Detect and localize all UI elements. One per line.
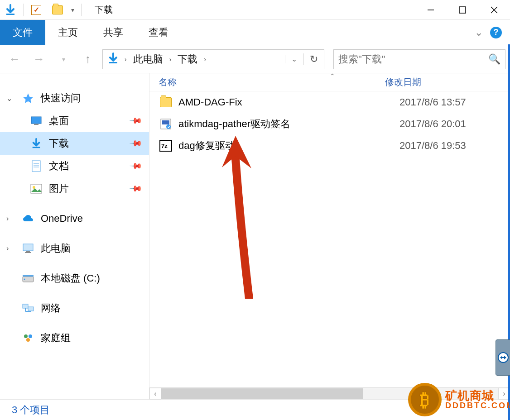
file-date: 2017/8/6 13:57 bbox=[399, 96, 466, 108]
navigation-row: ← → ▾ ↑ › 此电脑 › 下载 › ⌄ ↻ 🔍 bbox=[0, 45, 510, 73]
sidebar-item-label: 桌面 bbox=[49, 114, 69, 128]
close-button[interactable] bbox=[478, 0, 510, 20]
file-name: AMD-DAG-Fix bbox=[178, 96, 399, 108]
tab-file[interactable]: 文件 bbox=[0, 20, 45, 45]
breadcrumb-caret-icon[interactable]: › bbox=[201, 56, 209, 63]
file-row[interactable]: atikmdag-pather驱动签名 2017/8/6 20:01 bbox=[149, 113, 510, 135]
batch-file-icon bbox=[159, 117, 173, 131]
svg-text:7z: 7z bbox=[161, 143, 168, 149]
refresh-button[interactable]: ↻ bbox=[303, 53, 324, 65]
minimize-button[interactable] bbox=[415, 0, 447, 20]
qat-dropdown-icon[interactable]: ▾ bbox=[71, 6, 74, 14]
svg-rect-2 bbox=[459, 7, 466, 13]
download-arrow-icon[interactable] bbox=[5, 4, 16, 16]
sidebar-item-local-disk-c[interactable]: 本地磁盘 (C:) bbox=[0, 267, 149, 290]
svg-rect-17 bbox=[25, 252, 31, 253]
sidebar-item-label: 本地磁盘 (C:) bbox=[41, 272, 100, 285]
sidebar-quick-access[interactable]: ⌄ 快速访问 bbox=[0, 87, 149, 110]
svg-point-26 bbox=[29, 334, 32, 338]
cloud-icon bbox=[22, 212, 34, 225]
ribbon-collapse-icon[interactable]: ⌄ bbox=[475, 27, 483, 38]
svg-point-27 bbox=[26, 338, 30, 342]
nav-back-button[interactable]: ← bbox=[5, 49, 24, 69]
sidebar-item-downloads[interactable]: 下载 📌 bbox=[0, 132, 149, 155]
quick-access-toolbar: ✓ ▾ 下载 bbox=[0, 4, 113, 16]
watermark: ₿ 矿机商城 DDDBTC.COM bbox=[408, 383, 510, 416]
folder-icon bbox=[159, 95, 173, 110]
svg-rect-7 bbox=[34, 124, 38, 125]
breadcrumb-caret-icon[interactable]: › bbox=[167, 56, 174, 63]
chevron-down-icon[interactable]: ⌄ bbox=[6, 94, 12, 103]
nav-recent-dropdown[interactable]: ▾ bbox=[53, 49, 73, 69]
homegroup-icon bbox=[22, 332, 34, 344]
nav-up-button[interactable]: ↑ bbox=[78, 49, 98, 69]
side-panel-tab[interactable] bbox=[496, 339, 510, 376]
sidebar-item-label: OneDrive bbox=[41, 213, 83, 224]
svg-point-25 bbox=[24, 334, 28, 338]
sidebar-item-documents[interactable]: 文档 📌 bbox=[0, 155, 149, 177]
search-icon[interactable]: 🔍 bbox=[488, 53, 500, 65]
svg-rect-16 bbox=[26, 251, 30, 252]
file-list: ⌃ 名称 修改日期 AMD-DAG-Fix 2017/8/6 13:57 ati… bbox=[149, 73, 510, 399]
sidebar-item-desktop[interactable]: 桌面 📌 bbox=[0, 110, 149, 132]
address-history-dropdown[interactable]: ⌄ bbox=[285, 55, 303, 63]
navigation-pane: ⌄ 快速访问 桌面 📌 下载 📌 文档 📌 图片 📌 › On bbox=[0, 73, 149, 399]
chevron-right-icon[interactable]: › bbox=[6, 244, 9, 253]
scroll-left-button[interactable]: ‹ bbox=[149, 388, 161, 400]
folder-icon[interactable] bbox=[52, 5, 63, 14]
tab-view[interactable]: 查看 bbox=[136, 20, 181, 45]
file-row[interactable]: AMD-DAG-Fix 2017/8/6 13:57 bbox=[149, 91, 510, 113]
sidebar-item-label: 图片 bbox=[49, 182, 69, 196]
tab-home[interactable]: 主页 bbox=[45, 20, 91, 45]
file-row[interactable]: 7z dag修复驱动 2017/8/6 19:53 bbox=[149, 135, 510, 157]
titlebar: ✓ ▾ 下载 bbox=[0, 0, 510, 20]
svg-rect-22 bbox=[28, 307, 34, 311]
svg-rect-15 bbox=[23, 244, 33, 251]
qat-separator bbox=[24, 4, 24, 16]
svg-rect-8 bbox=[33, 147, 40, 148]
sidebar-item-label: 家庭组 bbox=[41, 331, 71, 345]
svg-rect-20 bbox=[23, 275, 34, 277]
pin-icon: 📌 bbox=[129, 136, 143, 150]
maximize-button[interactable] bbox=[447, 0, 478, 20]
sidebar-item-homegroup[interactable]: 家庭组 bbox=[0, 327, 149, 349]
svg-rect-0 bbox=[6, 14, 14, 15]
window-title: 下载 bbox=[95, 4, 113, 16]
disk-icon bbox=[22, 272, 34, 285]
svg-rect-5 bbox=[109, 62, 117, 63]
help-button[interactable]: ? bbox=[490, 27, 502, 38]
download-arrow-icon bbox=[30, 137, 43, 150]
desktop-icon bbox=[30, 115, 43, 127]
column-header-name[interactable]: 名称 bbox=[159, 76, 385, 88]
pin-icon: 📌 bbox=[129, 114, 143, 128]
download-arrow-icon bbox=[107, 52, 119, 66]
scroll-thumb[interactable] bbox=[161, 388, 363, 399]
svg-rect-9 bbox=[32, 161, 40, 172]
tab-share[interactable]: 共享 bbox=[91, 20, 136, 45]
breadcrumb-caret-icon[interactable]: › bbox=[122, 56, 130, 63]
sidebar-item-onedrive[interactable]: › OneDrive bbox=[0, 207, 149, 230]
star-icon bbox=[22, 92, 34, 105]
network-icon bbox=[22, 302, 34, 315]
file-name: atikmdag-pather驱动签名 bbox=[178, 117, 399, 131]
sidebar-item-pictures[interactable]: 图片 📌 bbox=[0, 177, 149, 200]
svg-point-19 bbox=[24, 279, 25, 280]
search-box[interactable]: 🔍 bbox=[333, 49, 505, 69]
sidebar-item-network[interactable]: 网络 bbox=[0, 297, 149, 320]
chevron-right-icon[interactable]: › bbox=[6, 215, 9, 223]
file-date: 2017/8/6 19:53 bbox=[399, 140, 466, 152]
nav-forward-button[interactable]: → bbox=[29, 49, 49, 69]
pin-icon: 📌 bbox=[129, 181, 143, 196]
properties-icon[interactable]: ✓ bbox=[31, 5, 41, 15]
sidebar-item-this-pc[interactable]: › 此电脑 bbox=[0, 237, 149, 260]
column-header-date[interactable]: 修改日期 bbox=[385, 76, 421, 88]
watermark-coin-icon: ₿ bbox=[408, 383, 442, 416]
sidebar-item-label: 快速访问 bbox=[41, 91, 81, 105]
item-count: 3 个项目 bbox=[12, 403, 50, 417]
breadcrumb-segment[interactable]: 此电脑 bbox=[130, 52, 167, 66]
ribbon: 文件 主页 共享 查看 ⌄ ? bbox=[0, 20, 510, 45]
file-name: dag修复驱动 bbox=[178, 139, 399, 153]
breadcrumb-segment[interactable]: 下载 bbox=[174, 52, 201, 66]
address-bar[interactable]: › 此电脑 › 下载 › ⌄ ↻ bbox=[102, 49, 324, 69]
search-input[interactable] bbox=[338, 53, 488, 65]
